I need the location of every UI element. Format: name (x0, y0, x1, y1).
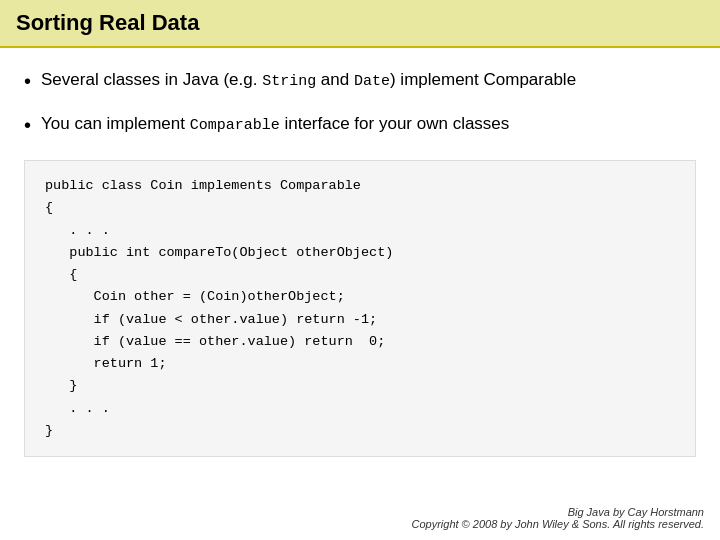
footer-line1: Big Java by Cay Horstmann (16, 506, 704, 518)
app: Sorting Real Data • Several classes in J… (0, 0, 720, 540)
footer: Big Java by Cay Horstmann Copyright © 20… (0, 500, 720, 540)
main-content: • Several classes in Java (e.g. String a… (0, 48, 720, 500)
bullet-text-1: Several classes in Java (e.g. String and… (41, 68, 696, 92)
code-block: public class Coin implements Comparable … (24, 160, 696, 457)
code-line: public class Coin implements Comparable (45, 175, 675, 197)
bullet-item-1: • Several classes in Java (e.g. String a… (24, 68, 696, 94)
bullet-dot-1: • (24, 68, 31, 94)
code-line: if (value < other.value) return -1; (45, 309, 675, 331)
code-line: . . . (45, 220, 675, 242)
code-line: public int compareTo(Object otherObject) (45, 242, 675, 264)
header: Sorting Real Data (0, 0, 720, 48)
code-line: } (45, 375, 675, 397)
code-string: String (262, 73, 316, 90)
code-line: { (45, 264, 675, 286)
code-line: Coin other = (Coin)otherObject; (45, 286, 675, 308)
code-line: if (value == other.value) return 0; (45, 331, 675, 353)
bullet-dot-2: • (24, 112, 31, 138)
code-line: { (45, 197, 675, 219)
code-date: Date (354, 73, 390, 90)
code-line: return 1; (45, 353, 675, 375)
page-title: Sorting Real Data (16, 10, 199, 35)
bullet-text-2: You can implement Comparable interface f… (41, 112, 696, 136)
footer-line2: Copyright © 2008 by John Wiley & Sons. A… (16, 518, 704, 530)
bullet-item-2: • You can implement Comparable interface… (24, 112, 696, 138)
code-line: } (45, 420, 675, 442)
code-line: . . . (45, 398, 675, 420)
code-comparable: Comparable (190, 117, 280, 134)
